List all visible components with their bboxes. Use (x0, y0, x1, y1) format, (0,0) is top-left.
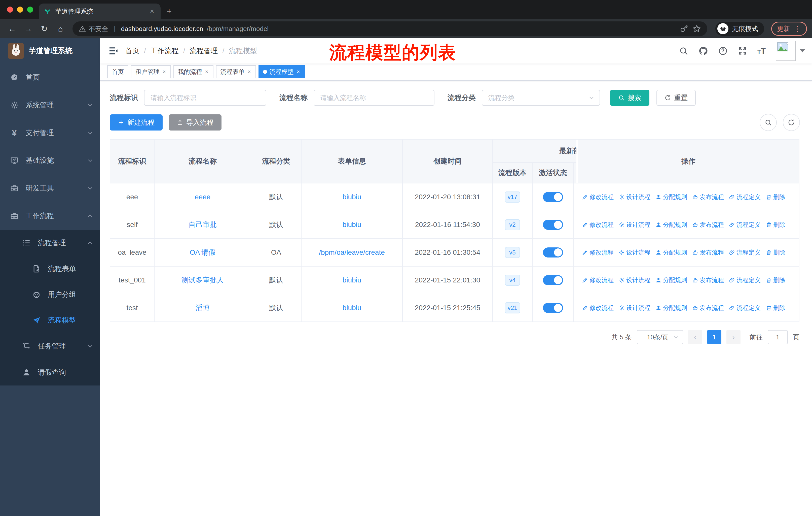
action-edit-process[interactable]: 修改流程 (582, 248, 614, 256)
tag-my-process[interactable]: 我的流程× (173, 65, 213, 78)
tag-tenant[interactable]: 租户管理× (131, 65, 171, 78)
action-publish-process[interactable]: 发布流程 (692, 276, 724, 284)
reset-button[interactable]: 重置 (657, 90, 696, 106)
action-assign-rule[interactable]: 分配规则 (656, 221, 687, 229)
active-toggle[interactable] (543, 275, 563, 285)
action-delete[interactable]: 删除 (766, 248, 785, 256)
forward-button[interactable]: → (21, 24, 35, 33)
form-info-link[interactable]: biubiu (343, 276, 361, 284)
sidebar-item-payment[interactable]: ¥ 支付管理 (0, 119, 100, 147)
action-assign-rule[interactable]: 分配规则 (656, 193, 687, 201)
toggle-search-button[interactable] (760, 114, 777, 131)
sidebar-item-dev-tools[interactable]: 研发工具 (0, 174, 100, 202)
action-process-definition[interactable]: 流程定义 (729, 248, 761, 256)
tab-close-icon[interactable]: × (148, 7, 155, 16)
process-key-input[interactable] (144, 90, 266, 106)
process-name-link[interactable]: OA 请假 (190, 248, 216, 257)
minimize-window-button[interactable] (17, 6, 23, 12)
browser-update-button[interactable]: 更新 ⋮ (771, 22, 807, 36)
process-name-link[interactable]: 自己审批 (188, 220, 217, 229)
action-process-definition[interactable]: 流程定义 (729, 276, 761, 284)
create-process-button[interactable]: 新建流程 (110, 114, 163, 131)
process-name-input[interactable] (314, 90, 434, 106)
action-assign-rule[interactable]: 分配规则 (656, 304, 687, 312)
refresh-table-button[interactable] (783, 114, 800, 131)
process-name-link[interactable]: 测试多审批人 (181, 275, 224, 285)
page-size-select[interactable]: 10条/页 (637, 330, 683, 344)
fullscreen-icon[interactable] (738, 46, 747, 56)
search-button[interactable]: 搜索 (610, 90, 649, 106)
action-delete[interactable]: 删除 (766, 193, 785, 201)
active-toggle[interactable] (543, 192, 563, 202)
user-avatar[interactable] (776, 41, 805, 61)
tag-process-model[interactable]: 流程模型× (259, 65, 305, 78)
back-button[interactable]: ← (5, 24, 19, 33)
breadcrumb-home[interactable]: 首页 (125, 46, 140, 56)
sidebar-item-workflow[interactable]: 工作流程 (0, 202, 100, 230)
action-edit-process[interactable]: 修改流程 (582, 221, 614, 229)
import-process-button[interactable]: 导入流程 (169, 114, 222, 131)
action-process-definition[interactable]: 流程定义 (729, 221, 761, 229)
font-size-icon[interactable]: TT (757, 46, 766, 56)
reload-button[interactable]: ↻ (37, 24, 51, 33)
action-design-process[interactable]: 设计流程 (619, 221, 650, 229)
password-key-icon[interactable] (679, 24, 689, 33)
action-publish-process[interactable]: 发布流程 (692, 248, 724, 256)
new-tab-button[interactable]: + (167, 6, 172, 16)
action-assign-rule[interactable]: 分配规则 (656, 248, 687, 256)
sidebar-item-infrastructure[interactable]: 基础设施 (0, 147, 100, 174)
action-delete[interactable]: 删除 (766, 221, 785, 229)
window-controls[interactable] (7, 6, 33, 12)
home-button[interactable]: ⌂ (53, 24, 67, 33)
action-assign-rule[interactable]: 分配规则 (656, 276, 687, 284)
process-name-link[interactable]: 滔博 (196, 303, 210, 313)
address-bar[interactable]: 不安全 | dashboard.yudao.iocoder.cn/bpm/man… (72, 21, 707, 36)
tag-process-form[interactable]: 流程表单× (216, 65, 256, 78)
process-name-link[interactable]: eeee (195, 193, 210, 201)
action-publish-process[interactable]: 发布流程 (692, 221, 724, 229)
goto-page-input[interactable] (768, 330, 788, 344)
sidebar-item-system[interactable]: 系统管理 (0, 91, 100, 119)
sidebar-item-home[interactable]: 首页 (0, 63, 100, 91)
help-icon[interactable] (718, 46, 728, 56)
form-info-link[interactable]: /bpm/oa/leave/create (319, 248, 385, 256)
action-delete[interactable]: 删除 (766, 276, 785, 284)
prev-page-button[interactable]: ‹ (688, 330, 702, 344)
close-window-button[interactable] (7, 6, 13, 12)
tag-close-icon[interactable]: × (247, 69, 252, 75)
action-edit-process[interactable]: 修改流程 (582, 304, 614, 312)
github-icon[interactable] (698, 46, 708, 56)
action-design-process[interactable]: 设计流程 (619, 276, 650, 284)
form-info-link[interactable]: biubiu (343, 221, 361, 229)
sidebar-item-user-group[interactable]: 用户分组 (0, 282, 100, 307)
tag-close-icon[interactable]: × (205, 69, 209, 75)
action-publish-process[interactable]: 发布流程 (692, 193, 724, 201)
sidebar-item-task-management[interactable]: 任务管理 (0, 333, 100, 359)
action-design-process[interactable]: 设计流程 (619, 304, 650, 312)
current-page-button[interactable]: 1 (707, 330, 721, 344)
zoom-window-button[interactable] (27, 6, 33, 12)
sidebar-item-process-management[interactable]: 流程管理 (0, 230, 100, 256)
action-process-definition[interactable]: 流程定义 (729, 304, 761, 312)
next-page-button[interactable]: › (726, 330, 741, 344)
browser-menu-icon[interactable]: ⋮ (794, 25, 801, 33)
form-info-link[interactable]: biubiu (343, 193, 361, 201)
action-design-process[interactable]: 设计流程 (619, 248, 650, 256)
browser-tab[interactable]: 芋道管理系统 × (39, 3, 161, 19)
tag-close-icon[interactable]: × (162, 69, 166, 75)
action-edit-process[interactable]: 修改流程 (582, 276, 614, 284)
action-design-process[interactable]: 设计流程 (619, 193, 650, 201)
tag-close-icon[interactable]: × (296, 69, 300, 75)
sidebar-item-process-model[interactable]: 流程模型 (0, 307, 100, 333)
active-toggle[interactable] (543, 303, 563, 313)
action-delete[interactable]: 删除 (766, 304, 785, 312)
form-info-link[interactable]: biubiu (343, 304, 361, 312)
breadcrumb-process-management[interactable]: 流程管理 (190, 46, 218, 56)
bookmark-star-icon[interactable] (692, 24, 701, 33)
breadcrumb-workflow[interactable]: 工作流程 (150, 46, 179, 56)
hamburger-collapse-icon[interactable] (108, 46, 118, 56)
sidebar-item-process-form[interactable]: 流程表单 (0, 256, 100, 282)
action-process-definition[interactable]: 流程定义 (729, 193, 761, 201)
action-edit-process[interactable]: 修改流程 (582, 193, 614, 201)
action-publish-process[interactable]: 发布流程 (692, 304, 724, 312)
